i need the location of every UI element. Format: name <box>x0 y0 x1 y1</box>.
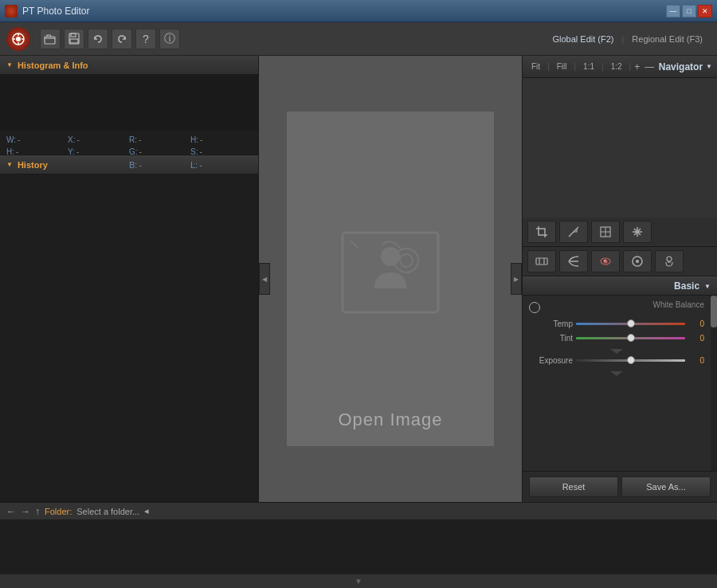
collapse-left-button[interactable]: ◀ <box>259 263 270 295</box>
tint-value: 0 <box>688 334 704 343</box>
info-button[interactable]: ⓘ <box>159 29 180 49</box>
svg-point-30 <box>636 260 639 263</box>
info-group-r: R: - <box>129 135 190 144</box>
app-logo <box>6 27 30 51</box>
histogram-header[interactable]: ▼ Histogram & Info <box>0 56 258 75</box>
histogram-canvas <box>0 75 258 131</box>
svg-point-13 <box>400 254 413 267</box>
save-button[interactable] <box>64 29 84 49</box>
adj-scrollable-area: White Balance Temp 0 Tint <box>523 296 717 471</box>
info-group-l: L: - <box>190 160 252 170</box>
fill-button[interactable]: Fill <box>553 61 571 72</box>
g-value: - <box>139 147 142 156</box>
folder-prev-button[interactable]: ← <box>6 506 16 517</box>
histogram-title: Histogram & Info <box>18 61 88 70</box>
global-edit-button[interactable]: Global Edit (F2) <box>544 31 621 47</box>
expand-button[interactable] <box>610 349 623 354</box>
histogram-arrow: ▼ <box>6 61 13 69</box>
zoom-1-2-button[interactable]: 1:2 <box>607 61 626 72</box>
info-group-y: Y: - <box>68 147 129 156</box>
maximize-button[interactable]: □ <box>682 5 696 18</box>
zoom-1-1-button[interactable]: 1:1 <box>579 61 598 72</box>
navigator-arrow: ▼ <box>706 63 712 70</box>
mode-buttons: Global Edit (F2) | Regional Edit (F3) <box>544 31 711 47</box>
bottom-resize-handle[interactable]: ▼ <box>0 574 717 588</box>
redo-button[interactable] <box>112 29 132 49</box>
temp-thumb[interactable] <box>627 319 635 327</box>
info-group-h: H: - <box>6 147 68 156</box>
navigator-title-area: Navigator ▼ <box>659 61 712 73</box>
zoom-in-button[interactable]: + <box>634 61 640 73</box>
close-button[interactable]: ✕ <box>698 5 712 18</box>
tools-row-1 <box>523 218 717 247</box>
title-bar: PT Photo Editor — □ ✕ <box>0 0 717 22</box>
radial-tool-button[interactable] <box>623 250 652 272</box>
minimize-button[interactable]: — <box>666 5 680 18</box>
help-button[interactable]: ? <box>135 29 156 49</box>
open-image-text[interactable]: Open Image <box>338 410 442 430</box>
white-balance-label: White Balance <box>543 300 704 309</box>
info-row: W: - X: - R: - H: - <box>0 132 258 147</box>
save-as-button[interactable]: Save As... <box>621 476 711 497</box>
regional-edit-button[interactable]: Regional Edit (F3) <box>624 31 711 47</box>
white-balance-icon <box>529 302 540 313</box>
tint-slider[interactable] <box>576 333 685 343</box>
gradient-tool-button[interactable] <box>559 250 588 272</box>
temp-value: 0 <box>688 319 704 328</box>
adjustments-header[interactable]: Basic ▼ <box>523 276 717 296</box>
info-row3: B: - L: - <box>0 159 258 171</box>
tint-row: Tint 0 <box>529 333 704 343</box>
crop-tool-button[interactable] <box>527 221 556 243</box>
info-row2: H: - Y: - G: - S: - <box>0 147 258 159</box>
redeye-tool-button[interactable] <box>591 250 620 272</box>
exposure-thumb[interactable] <box>627 356 635 364</box>
straighten-tool-button[interactable] <box>559 221 588 243</box>
folder-next-button[interactable]: → <box>21 506 30 517</box>
main-area: ▼ Histogram & Info W: - X: - R: - <box>0 56 717 502</box>
folder-dropdown-button[interactable]: ◂ <box>144 506 149 516</box>
transform-tool-button[interactable] <box>591 221 620 243</box>
r-value: - <box>139 135 141 144</box>
tint-label: Tint <box>529 334 573 343</box>
info-spacer <box>6 160 129 170</box>
reset-button[interactable]: Reset <box>529 476 618 497</box>
temp-slider[interactable] <box>576 319 685 328</box>
tint-thumb[interactable] <box>627 334 635 342</box>
retouch-tool-button[interactable] <box>623 221 652 243</box>
h-label: H: <box>6 147 14 156</box>
expand-section-2 <box>529 370 704 378</box>
photo-placeholder-icon <box>335 217 446 330</box>
right-panel: Fit | Fill | 1:1 | 1:2 | + — Navigator ▼ <box>522 56 717 502</box>
zoom-out-button[interactable]: — <box>645 61 654 73</box>
adj-scrollbar[interactable] <box>711 296 717 471</box>
expand-button-2[interactable] <box>610 371 623 376</box>
adj-actions: Reset Save As... <box>523 471 717 502</box>
b-value: - <box>139 160 142 170</box>
fit-button[interactable]: Fit <box>527 61 544 72</box>
exposure-row: Exposure 0 <box>529 355 704 365</box>
w-value: - <box>18 135 20 144</box>
folder-up-button[interactable]: ↑ <box>35 506 40 517</box>
info-group-h2: H: - <box>190 135 252 144</box>
exposure-slider[interactable] <box>576 355 685 365</box>
adj-scrollbar-thumb[interactable] <box>711 296 717 327</box>
x-value: - <box>76 135 79 144</box>
folder-label: Folder: <box>45 507 72 516</box>
stamp-tool-button[interactable] <box>655 250 684 272</box>
image-canvas: Open Image <box>287 112 494 446</box>
history-section: ▼ History <box>0 155 258 502</box>
l-label: L: <box>190 160 198 170</box>
toolbar: ? ⓘ Global Edit (F2) | Regional Edit (F3… <box>0 22 717 56</box>
app-title: PT Photo Editor <box>22 6 90 17</box>
h2-label: H: <box>190 135 198 144</box>
info-group-x: X: - <box>68 135 129 144</box>
undo-button[interactable] <box>88 29 108 49</box>
w-label: W: <box>6 135 16 144</box>
h-value: - <box>16 147 18 156</box>
s-label: S: <box>190 147 198 156</box>
collapse-right-button[interactable]: ▶ <box>511 263 522 295</box>
open-button[interactable] <box>40 29 61 49</box>
adjust-tool-button[interactable] <box>527 250 556 272</box>
title-left: PT Photo Editor <box>5 5 90 18</box>
svg-rect-22 <box>536 258 547 265</box>
